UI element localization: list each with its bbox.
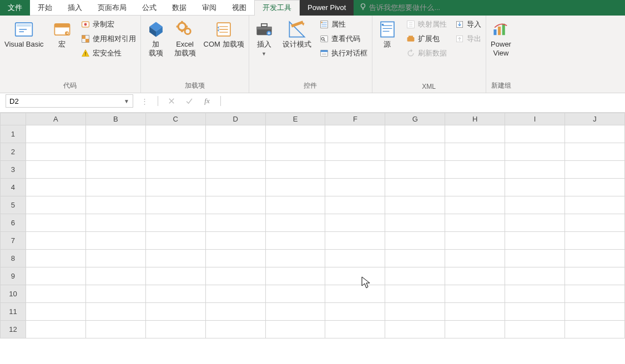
column-header[interactable]: I bbox=[505, 113, 565, 125]
cell[interactable] bbox=[505, 303, 565, 321]
cell[interactable] bbox=[205, 214, 265, 232]
cell[interactable] bbox=[145, 196, 205, 214]
row-header[interactable]: 9 bbox=[1, 267, 26, 285]
cell[interactable] bbox=[325, 321, 385, 338]
cell[interactable] bbox=[265, 267, 325, 285]
cell[interactable] bbox=[26, 267, 85, 285]
cell[interactable] bbox=[505, 214, 565, 232]
grid-table[interactable]: ABCDEFGHIJ123456789101112 bbox=[0, 113, 625, 338]
cell[interactable] bbox=[26, 143, 85, 161]
column-header[interactable]: H bbox=[445, 113, 505, 125]
name-box-dropdown-icon[interactable]: ▼ bbox=[124, 98, 129, 104]
cell[interactable] bbox=[265, 285, 325, 303]
cell[interactable] bbox=[505, 250, 565, 267]
cell[interactable] bbox=[564, 179, 624, 196]
properties-button[interactable]: 属性 bbox=[316, 18, 371, 31]
tab-home[interactable]: 开始 bbox=[30, 0, 60, 16]
row-header[interactable]: 4 bbox=[1, 179, 26, 196]
excel-addins-button[interactable]: Excel加载项 bbox=[171, 18, 199, 59]
cell[interactable] bbox=[265, 321, 325, 338]
cell[interactable] bbox=[385, 179, 445, 196]
cell[interactable] bbox=[265, 232, 325, 250]
cell[interactable] bbox=[205, 285, 265, 303]
cell[interactable] bbox=[505, 179, 565, 196]
cell[interactable] bbox=[26, 232, 85, 250]
cell[interactable] bbox=[445, 143, 505, 161]
cell[interactable] bbox=[26, 214, 85, 232]
tab-view[interactable]: 视图 bbox=[224, 0, 254, 16]
cell[interactable] bbox=[265, 250, 325, 267]
cell[interactable] bbox=[85, 161, 145, 179]
cell[interactable] bbox=[505, 143, 565, 161]
cell[interactable] bbox=[325, 143, 385, 161]
cell[interactable] bbox=[85, 125, 145, 143]
cell[interactable] bbox=[385, 321, 445, 338]
column-header[interactable]: D bbox=[205, 113, 265, 125]
cell[interactable] bbox=[505, 267, 565, 285]
cell[interactable] bbox=[205, 303, 265, 321]
cell[interactable] bbox=[325, 214, 385, 232]
expansion-button[interactable]: 扩展包 bbox=[402, 32, 450, 46]
cell[interactable] bbox=[26, 285, 85, 303]
cell[interactable] bbox=[564, 143, 624, 161]
run-dialog-button[interactable]: 执行对话框 bbox=[316, 47, 371, 60]
cell[interactable] bbox=[445, 232, 505, 250]
cell[interactable] bbox=[265, 143, 325, 161]
tab-page-layout[interactable]: 页面布局 bbox=[90, 0, 134, 16]
relative-ref-button[interactable]: 使用相对引用 bbox=[77, 32, 139, 46]
cell[interactable] bbox=[445, 214, 505, 232]
cell[interactable] bbox=[145, 179, 205, 196]
macro-security-button[interactable]: 宏安全性 bbox=[77, 47, 139, 60]
cell[interactable] bbox=[85, 267, 145, 285]
cell[interactable] bbox=[85, 232, 145, 250]
cell[interactable] bbox=[205, 125, 265, 143]
row-header[interactable]: 1 bbox=[1, 125, 26, 143]
cell[interactable] bbox=[205, 161, 265, 179]
view-code-button[interactable]: 查看代码 bbox=[316, 32, 371, 46]
cell[interactable] bbox=[505, 232, 565, 250]
cell[interactable] bbox=[26, 125, 85, 143]
cell[interactable] bbox=[205, 232, 265, 250]
enter-formula-button[interactable] bbox=[183, 94, 196, 108]
cell[interactable] bbox=[85, 179, 145, 196]
tab-file[interactable]: 文件 bbox=[0, 0, 30, 16]
cell[interactable] bbox=[385, 214, 445, 232]
row-header[interactable]: 6 bbox=[1, 214, 26, 232]
cell[interactable] bbox=[564, 125, 624, 143]
power-view-button[interactable]: PowerView bbox=[487, 18, 515, 59]
fx-button[interactable]: fx bbox=[200, 94, 214, 108]
cell[interactable] bbox=[265, 179, 325, 196]
row-header[interactable]: 7 bbox=[1, 232, 26, 250]
row-header[interactable]: 8 bbox=[1, 250, 26, 267]
cell[interactable] bbox=[145, 285, 205, 303]
cell[interactable] bbox=[325, 303, 385, 321]
tab-formulas[interactable]: 公式 bbox=[134, 0, 164, 16]
row-header[interactable]: 10 bbox=[1, 285, 26, 303]
cell[interactable] bbox=[505, 161, 565, 179]
cell[interactable] bbox=[85, 321, 145, 338]
cell[interactable] bbox=[26, 161, 85, 179]
cell[interactable] bbox=[325, 250, 385, 267]
cell[interactable] bbox=[385, 125, 445, 143]
addins-button[interactable]: 加载项 bbox=[142, 18, 170, 59]
cell[interactable] bbox=[265, 214, 325, 232]
cell[interactable] bbox=[265, 303, 325, 321]
tab-review[interactable]: 审阅 bbox=[194, 0, 224, 16]
column-header[interactable]: B bbox=[85, 113, 145, 125]
cell[interactable] bbox=[26, 303, 85, 321]
cell[interactable] bbox=[325, 196, 385, 214]
cell[interactable] bbox=[205, 321, 265, 338]
com-addins-button[interactable]: COM 加载项 bbox=[200, 18, 248, 51]
column-header[interactable]: A bbox=[26, 113, 85, 125]
cell[interactable] bbox=[564, 232, 624, 250]
cell[interactable] bbox=[265, 161, 325, 179]
tab-insert[interactable]: 插入 bbox=[60, 0, 90, 16]
cell[interactable] bbox=[205, 267, 265, 285]
cell[interactable] bbox=[385, 303, 445, 321]
column-header[interactable]: G bbox=[385, 113, 445, 125]
column-header[interactable]: F bbox=[325, 113, 385, 125]
cell[interactable] bbox=[26, 179, 85, 196]
name-box[interactable]: D2 ▼ bbox=[6, 94, 133, 108]
cell[interactable] bbox=[564, 321, 624, 338]
cell[interactable] bbox=[385, 250, 445, 267]
